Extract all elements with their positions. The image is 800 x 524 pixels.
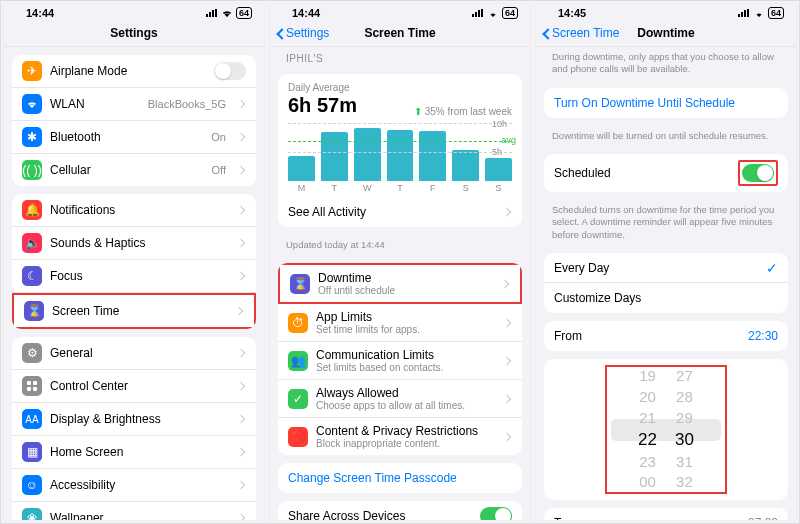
row-cellular[interactable]: (( )) Cellular Off <box>12 154 256 186</box>
row-every-day[interactable]: Every Day ✓ <box>544 253 788 283</box>
chevron-right-icon <box>238 448 246 456</box>
airplane-toggle[interactable] <box>214 62 246 80</box>
chevron-right-icon <box>504 395 512 403</box>
svg-rect-3 <box>215 9 217 17</box>
group-notifications: 🔔 Notifications 🔈 Sounds & Haptics ☾ Foc… <box>12 194 256 329</box>
row-comm-limits[interactable]: 👥 Communication Limits Set limits based … <box>278 342 522 380</box>
updated-label: Updated today at 14:44 <box>270 235 530 255</box>
back-button[interactable]: Settings <box>276 26 329 40</box>
status-time: 14:44 <box>292 7 320 19</box>
row-screen-time[interactable]: ⌛ Screen Time <box>12 293 256 329</box>
chart-bar <box>419 131 446 181</box>
sound-icon: 🔈 <box>22 233 42 253</box>
battery-icon: 64 <box>768 7 784 19</box>
row-sounds[interactable]: 🔈 Sounds & Haptics <box>12 227 256 260</box>
chart-bar <box>452 150 479 181</box>
chevron-right-icon <box>238 206 246 214</box>
scheduled-group: Scheduled <box>544 154 788 192</box>
row-notifications[interactable]: 🔔 Notifications <box>12 194 256 227</box>
row-downtime[interactable]: ⌛ Downtime Off until schedule <box>278 263 522 304</box>
chevron-right-icon <box>238 514 246 520</box>
chevron-right-icon <box>504 357 512 365</box>
chart-bar <box>321 132 348 181</box>
from-group: From 22:30 <box>544 321 788 351</box>
row-home-screen[interactable]: ▦ Home Screen <box>12 436 256 469</box>
airplane-icon: ✈︎ <box>22 61 42 81</box>
row-display[interactable]: AA Display & Brightness <box>12 403 256 436</box>
chart-bar <box>387 130 414 181</box>
hourglass-icon: ⌛ <box>24 301 44 321</box>
status-bar: 14:44 64 <box>4 4 264 22</box>
row-accessibility[interactable]: ☺ Accessibility <box>12 469 256 502</box>
row-control-center[interactable]: Control Center <box>12 370 256 403</box>
wifi-icon <box>753 9 765 18</box>
svg-rect-9 <box>475 12 477 17</box>
screen-settings: 14:44 64 Settings ✈︎ Airplane Mode WLAN <box>3 3 265 521</box>
share-toggle[interactable] <box>480 507 512 520</box>
row-always-allowed[interactable]: ✓ Always Allowed Choose apps to allow at… <box>278 380 522 418</box>
signal-icon <box>738 9 750 17</box>
svg-rect-8 <box>472 14 474 17</box>
turn-on-footer: Downtime will be turned on until schedul… <box>536 126 796 146</box>
status-time: 14:44 <box>26 7 54 19</box>
chevron-right-icon <box>238 239 246 247</box>
screen-downtime: 14:45 64 Screen Time Downtime During dow… <box>535 3 797 521</box>
battery-icon: 64 <box>502 7 518 19</box>
svg-rect-12 <box>738 14 740 17</box>
row-to[interactable]: To 07:00 <box>544 508 788 520</box>
owner-label: IPHIL'S <box>270 47 530 66</box>
app-limits-icon: ⏱ <box>288 313 308 333</box>
row-focus[interactable]: ☾ Focus <box>12 260 256 293</box>
row-app-limits[interactable]: ⏱ App Limits Set time limits for apps. <box>278 304 522 342</box>
row-wallpaper[interactable]: ❀ Wallpaper <box>12 502 256 520</box>
moon-icon: ☾ <box>22 266 42 286</box>
row-share-across[interactable]: Share Across Devices <box>278 501 522 520</box>
header: Screen Time Downtime <box>536 22 796 47</box>
scroller[interactable]: IPHIL'S Daily Average 6h 57m ⬆ 35% from … <box>270 47 530 520</box>
time-picker[interactable]: 192021222300 272829303132 <box>544 359 788 500</box>
arrow-up-icon: ⬆ <box>414 106 422 117</box>
scroller[interactable]: During downtime, only apps that you choo… <box>536 47 796 520</box>
screen-screentime: 14:44 64 Settings Screen Time IPHIL'S Da… <box>269 3 531 521</box>
row-from[interactable]: From 22:30 <box>544 321 788 351</box>
group-general: ⚙ General Control Center AA Display & Br… <box>12 337 256 520</box>
turn-on-group[interactable]: Turn On Downtime Until Schedule <box>544 88 788 118</box>
svg-rect-6 <box>27 387 31 391</box>
wallpaper-icon: ❀ <box>22 508 42 520</box>
page-title: Settings <box>110 26 157 40</box>
row-bluetooth[interactable]: ✱ Bluetooth On <box>12 121 256 154</box>
chart-bar <box>288 156 315 181</box>
scheduled-footer: Scheduled turns on downtime for the time… <box>536 200 796 245</box>
row-scheduled[interactable]: Scheduled <box>544 154 788 192</box>
chart-bar <box>354 128 381 181</box>
chevron-left-icon <box>276 28 286 38</box>
svg-rect-13 <box>741 12 743 17</box>
bell-icon: 🔔 <box>22 200 42 220</box>
row-see-all-activity[interactable]: See All Activity <box>278 197 522 227</box>
change-passcode[interactable]: Change Screen Time Passcode <box>278 463 522 493</box>
chevron-left-icon <box>542 28 552 38</box>
chevron-right-icon <box>238 100 246 108</box>
row-airplane[interactable]: ✈︎ Airplane Mode <box>12 55 256 88</box>
svg-rect-0 <box>206 14 208 17</box>
comm-limits-icon: 👥 <box>288 351 308 371</box>
scroller[interactable]: ✈︎ Airplane Mode WLAN BlackBooks_5G ✱ Bl… <box>4 47 264 520</box>
row-general[interactable]: ⚙ General <box>12 337 256 370</box>
back-button[interactable]: Screen Time <box>542 26 619 40</box>
row-customize-days[interactable]: Customize Days <box>544 283 788 313</box>
chevron-right-icon <box>504 208 512 216</box>
chevron-right-icon <box>238 272 246 280</box>
daily-average-card: Daily Average 6h 57m ⬆ 35% from last wee… <box>278 74 522 227</box>
daily-average-value: 6h 57m <box>288 94 357 117</box>
daily-average-label: Daily Average <box>288 82 512 93</box>
status-bar: 14:44 64 <box>270 4 530 22</box>
signal-icon <box>206 9 218 17</box>
screentime-items: ⌛ Downtime Off until schedule ⏱ App Limi… <box>278 263 522 455</box>
content-privacy-icon: 🚫 <box>288 427 308 447</box>
scheduled-toggle[interactable] <box>742 164 774 182</box>
row-wlan[interactable]: WLAN BlackBooks_5G <box>12 88 256 121</box>
control-center-icon <box>22 376 42 396</box>
row-content-privacy[interactable]: 🚫 Content & Privacy Restrictions Block i… <box>278 418 522 455</box>
signal-icon <box>472 9 484 17</box>
svg-rect-14 <box>744 10 746 17</box>
